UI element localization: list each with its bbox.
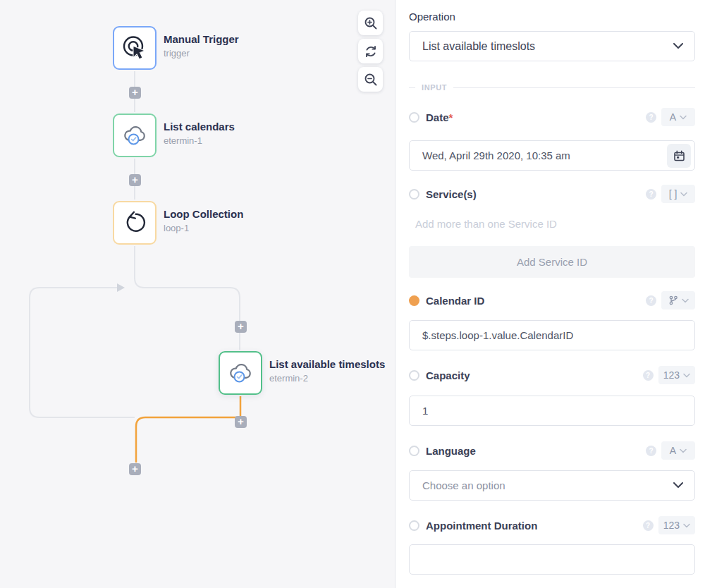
services-label: Service(s) (426, 188, 477, 200)
help-icon[interactable]: ? (646, 446, 656, 456)
chevron-down-icon (683, 373, 690, 378)
appointment-duration-input[interactable] (410, 545, 694, 574)
add-step-button[interactable]: + (129, 87, 141, 99)
calendar-id-type-selector[interactable] (661, 291, 695, 310)
divider-line (453, 87, 695, 88)
node-title: Loop Collection (164, 208, 243, 220)
language-placeholder: Choose an option (422, 479, 673, 491)
manual-trigger-icon (119, 32, 150, 63)
zoom-out-button[interactable] (358, 67, 383, 92)
type-number: 123 (663, 369, 680, 381)
services-empty-hint: Add more than one Service ID (409, 218, 695, 232)
date-label: Date (426, 111, 449, 123)
node-label-manual-trigger: Manual Trigger trigger (164, 33, 239, 59)
calendar-id-input-wrapper (409, 320, 695, 350)
chevron-down-icon (673, 482, 683, 489)
node-subtitle: loop-1 (164, 223, 243, 233)
zoom-in-icon (364, 16, 378, 30)
language-jsonpath-toggle[interactable] (409, 446, 419, 456)
connector-active-path (136, 396, 240, 463)
add-step-button[interactable]: + (235, 321, 247, 333)
chevron-down-icon (680, 115, 687, 120)
add-step-button[interactable]: + (129, 463, 141, 475)
appointment-duration-jsonpath-toggle[interactable] (409, 520, 419, 531)
zoom-out-icon (364, 73, 378, 87)
zoom-in-button[interactable] (358, 11, 383, 35)
capacity-label: Capacity (426, 369, 470, 381)
capacity-input-wrapper (409, 396, 695, 426)
node-list-available-timeslots[interactable] (219, 351, 262, 395)
type-number: 123 (663, 520, 680, 531)
field-row-appointment-duration: Appointment Duration ? 123 (409, 516, 695, 534)
cloud-clock-icon (119, 120, 150, 151)
chevron-down-icon (683, 523, 690, 528)
calendar-id-input[interactable] (410, 321, 694, 350)
loop-back-arrowhead-icon (117, 283, 125, 292)
refresh-icon (364, 44, 378, 59)
connector-loop-timeslots (135, 246, 240, 350)
help-icon[interactable]: ? (646, 295, 656, 306)
node-subtitle: etermin-1 (164, 135, 235, 146)
date-jsonpath-toggle[interactable] (409, 112, 419, 123)
add-service-id-button[interactable]: Add Service ID (409, 246, 695, 278)
workflow-canvas[interactable]: Manual Trigger trigger List calendars et… (0, 0, 396, 588)
reset-zoom-button[interactable] (358, 39, 383, 63)
help-icon[interactable]: ? (643, 520, 654, 531)
date-picker-button[interactable] (667, 144, 691, 168)
language-select[interactable]: Choose an option (409, 470, 695, 501)
field-row-capacity: Capacity ? 123 (409, 366, 695, 384)
node-title: Manual Trigger (164, 33, 239, 45)
node-label-loop-collection: Loop Collection loop-1 (164, 208, 243, 233)
language-type-selector[interactable]: A (661, 441, 695, 460)
field-row-language: Language ? A (409, 441, 695, 460)
connector-loop-back (30, 288, 135, 417)
add-step-button[interactable]: + (129, 174, 141, 186)
capacity-type-selector[interactable]: 123 (658, 366, 695, 384)
help-icon[interactable]: ? (643, 370, 654, 381)
operation-label: Operation (409, 11, 695, 23)
node-label-list-calendars: List calendars etermin-1 (164, 121, 235, 146)
appointment-duration-input-wrapper (409, 544, 695, 575)
node-subtitle: etermin-2 (269, 373, 385, 384)
node-list-calendars[interactable] (113, 114, 157, 157)
jsonpath-branch-icon (668, 295, 678, 305)
required-asterisk: * (449, 111, 453, 123)
chevron-down-icon (673, 43, 683, 49)
capacity-jsonpath-toggle[interactable] (409, 370, 419, 381)
date-input-wrapper (409, 140, 695, 171)
calendar-icon (673, 150, 685, 162)
input-section-divider: INPUT (409, 82, 695, 92)
workflow-connectors (0, 0, 396, 588)
field-row-date: Date * ? A (409, 108, 695, 126)
field-row-calendar-id: Calendar ID ? (409, 291, 695, 310)
type-string: A (670, 445, 676, 456)
input-section-label: INPUT (422, 83, 447, 92)
appointment-duration-label: Appointment Duration (426, 520, 537, 532)
capacity-input[interactable] (410, 396, 694, 425)
appointment-duration-type-selector[interactable]: 123 (658, 516, 695, 534)
node-loop-collection[interactable] (113, 201, 157, 245)
date-type-selector[interactable]: A (661, 108, 695, 126)
node-title: List calendars (164, 121, 235, 133)
services-jsonpath-toggle[interactable] (409, 189, 419, 200)
calendar-id-jsonpath-toggle[interactable] (409, 295, 419, 306)
language-label: Language (426, 445, 476, 457)
node-label-list-available-timeslots: List available timeslots etermin-2 (269, 358, 385, 384)
workflow-builder: Manual Trigger trigger List calendars et… (0, 0, 705, 588)
services-type-selector[interactable]: [ ] (661, 185, 695, 203)
node-subtitle: trigger (164, 48, 239, 59)
calendar-id-label: Calendar ID (426, 295, 484, 307)
node-manual-trigger[interactable] (113, 26, 157, 70)
chevron-down-icon (682, 298, 689, 303)
help-icon[interactable]: ? (646, 189, 656, 200)
operation-selected-value: List available timeslots (422, 40, 673, 53)
date-input[interactable] (410, 141, 694, 170)
add-step-button[interactable]: + (235, 416, 247, 428)
node-title: List available timeslots (269, 358, 385, 370)
field-row-services: Service(s) ? [ ] (409, 185, 695, 203)
help-icon[interactable]: ? (646, 112, 656, 123)
cloud-clock-icon (225, 357, 256, 388)
chevron-down-icon (680, 192, 687, 197)
operation-select[interactable]: List available timeslots (409, 31, 695, 61)
step-properties-panel: Operation List available timeslots INPUT… (396, 0, 705, 588)
